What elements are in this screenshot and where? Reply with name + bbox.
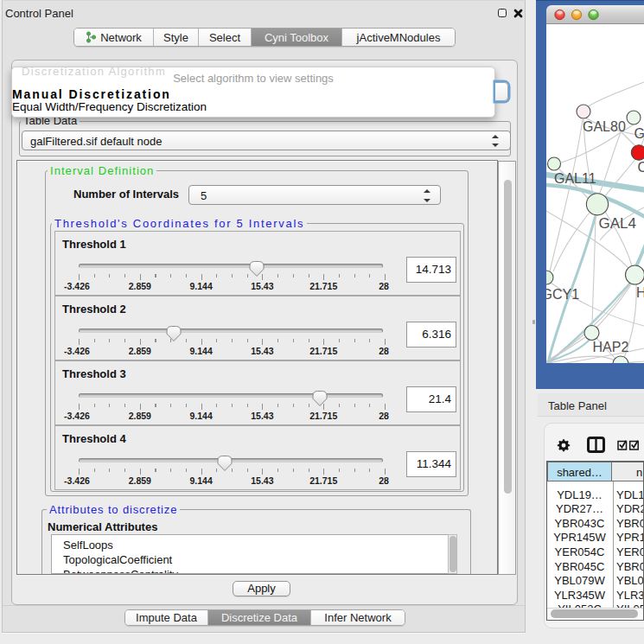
svg-text:GAL80: GAL80 xyxy=(583,119,626,134)
svg-text:GAL11: GAL11 xyxy=(554,171,596,186)
svg-text:H: H xyxy=(636,285,644,300)
svg-text:GAL7: GAL7 xyxy=(634,126,644,141)
svg-text:GCY1: GCY1 xyxy=(546,287,579,302)
svg-text:C: C xyxy=(638,160,644,175)
svg-text:HAP2: HAP2 xyxy=(593,340,629,354)
svg-text:GAL4: GAL4 xyxy=(599,215,636,232)
